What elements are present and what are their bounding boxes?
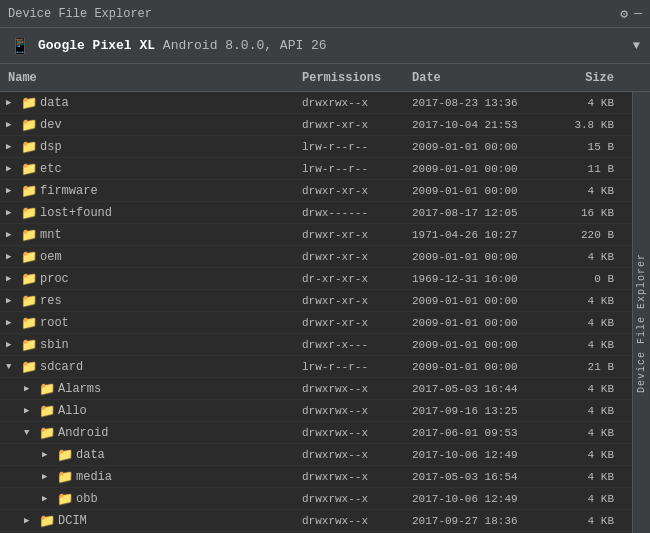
file-name: dsp [40, 140, 62, 154]
col-header-size: Size [557, 71, 622, 85]
expand-arrow[interactable]: ▶ [42, 471, 54, 482]
table-row[interactable]: ▶📁obbdrwxrwx--x2017-10-06 12:494 KB [0, 488, 650, 510]
expand-arrow[interactable]: ▶ [6, 97, 18, 108]
file-permissions: drwxrwx--x [302, 515, 412, 527]
expand-arrow[interactable]: ▶ [6, 317, 18, 328]
file-permissions: lrw-r--r-- [302, 361, 412, 373]
table-row[interactable]: ▶📁sbindrwxr-x---2009-01-01 00:004 KB [0, 334, 650, 356]
device-dropdown-arrow[interactable]: ▼ [633, 39, 640, 53]
file-name: sdcard [40, 360, 83, 374]
file-size: 4 KB [557, 471, 622, 483]
table-row[interactable]: ▶📁Allodrwxrwx--x2017-09-16 13:254 KB [0, 400, 650, 422]
file-list: ▶📁datadrwxrwx--x2017-08-23 13:364 KB▶📁de… [0, 92, 650, 533]
file-date: 2017-08-23 13:36 [412, 97, 557, 109]
expand-arrow[interactable]: ▶ [6, 207, 18, 218]
col-header-name: Name [2, 71, 302, 85]
file-date: 1969-12-31 16:00 [412, 273, 557, 285]
file-permissions: lrw-r--r-- [302, 163, 412, 175]
expand-arrow[interactable]: ▶ [6, 295, 18, 306]
file-size: 4 KB [557, 427, 622, 439]
table-row[interactable]: ▶📁resdrwxr-xr-x2009-01-01 00:004 KB [0, 290, 650, 312]
column-headers: Name Permissions Date Size [0, 64, 650, 92]
file-date: 2017-10-04 21:53 [412, 119, 557, 131]
expand-arrow[interactable]: ▶ [6, 273, 18, 284]
folder-icon: 📁 [39, 513, 55, 529]
file-list-container: ▶📁datadrwxrwx--x2017-08-23 13:364 KB▶📁de… [0, 92, 650, 533]
title-bar: Device File Explorer ⚙ — [0, 0, 650, 28]
file-date: 2017-09-27 18:36 [412, 515, 557, 527]
table-row[interactable]: ▶📁DCIMdrwxrwx--x2017-09-27 18:364 KB [0, 510, 650, 532]
file-permissions: drwxrwx--x [302, 405, 412, 417]
file-name: Alarms [58, 382, 101, 396]
table-row[interactable]: ▼📁Androiddrwxrwx--x2017-06-01 09:534 KB [0, 422, 650, 444]
folder-icon: 📁 [21, 293, 37, 309]
file-name: root [40, 316, 69, 330]
folder-icon: 📁 [21, 359, 37, 375]
expand-arrow[interactable]: ▶ [6, 185, 18, 196]
table-row[interactable]: ▶📁oemdrwxr-xr-x2009-01-01 00:004 KB [0, 246, 650, 268]
file-size: 4 KB [557, 383, 622, 395]
expand-arrow[interactable]: ▶ [6, 251, 18, 262]
file-name: media [76, 470, 112, 484]
expand-arrow[interactable]: ▼ [24, 428, 36, 438]
file-name: proc [40, 272, 69, 286]
table-row[interactable]: ▶📁mntdrwxr-xr-x1971-04-26 10:27220 B [0, 224, 650, 246]
expand-arrow[interactable]: ▶ [24, 383, 36, 394]
file-size: 3.8 KB [557, 119, 622, 131]
file-size: 4 KB [557, 493, 622, 505]
file-size: 4 KB [557, 97, 622, 109]
expand-arrow[interactable]: ▶ [6, 119, 18, 130]
file-size: 4 KB [557, 317, 622, 329]
settings-icon[interactable]: ⚙ [620, 6, 628, 22]
file-name: oem [40, 250, 62, 264]
folder-icon: 📁 [57, 469, 73, 485]
expand-arrow[interactable]: ▶ [6, 163, 18, 174]
file-size: 4 KB [557, 405, 622, 417]
file-permissions: drwxrwx--x [302, 493, 412, 505]
folder-icon: 📁 [21, 117, 37, 133]
expand-arrow[interactable]: ▶ [42, 493, 54, 504]
table-row[interactable]: ▶📁mediadrwxrwx--x2017-05-03 16:544 KB [0, 466, 650, 488]
file-date: 2009-01-01 00:00 [412, 163, 557, 175]
expand-arrow[interactable]: ▶ [42, 449, 54, 460]
table-row[interactable]: ▶📁datadrwxrwx--x2017-08-23 13:364 KB [0, 92, 650, 114]
table-row[interactable]: ▶📁devdrwxr-xr-x2017-10-04 21:533.8 KB [0, 114, 650, 136]
expand-arrow[interactable]: ▶ [24, 405, 36, 416]
table-row[interactable]: ▶📁firmwaredrwxr-xr-x2009-01-01 00:004 KB [0, 180, 650, 202]
table-row[interactable]: ▶📁datadrwxrwx--x2017-10-06 12:494 KB [0, 444, 650, 466]
file-size: 4 KB [557, 339, 622, 351]
expand-arrow[interactable]: ▶ [6, 141, 18, 152]
expand-arrow[interactable]: ▶ [6, 339, 18, 350]
file-permissions: drwxr-xr-x [302, 251, 412, 263]
table-row[interactable]: ▶📁etclrw-r--r--2009-01-01 00:0011 B [0, 158, 650, 180]
file-date: 2017-05-03 16:54 [412, 471, 557, 483]
device-icon: 📱 [10, 36, 30, 56]
expand-arrow[interactable]: ▼ [6, 362, 18, 372]
table-row[interactable]: ▶📁Alarmsdrwxrwx--x2017-05-03 16:444 KB [0, 378, 650, 400]
file-permissions: drwxr-x--- [302, 339, 412, 351]
file-permissions: drwxr-xr-x [302, 229, 412, 241]
file-size: 16 KB [557, 207, 622, 219]
file-permissions: drwxr-xr-x [302, 119, 412, 131]
folder-icon: 📁 [21, 139, 37, 155]
file-date: 2009-01-01 00:00 [412, 339, 557, 351]
minimize-icon[interactable]: — [634, 6, 642, 21]
folder-icon: 📁 [21, 271, 37, 287]
file-name: firmware [40, 184, 98, 198]
table-row[interactable]: ▶📁rootdrwxr-xr-x2009-01-01 00:004 KB [0, 312, 650, 334]
file-date: 2009-01-01 00:00 [412, 295, 557, 307]
expand-arrow[interactable]: ▶ [24, 515, 36, 526]
device-name: Google Pixel XL Android 8.0.0, API 26 [38, 38, 625, 53]
table-row[interactable]: ▼📁sdcardlrw-r--r--2009-01-01 00:0021 B [0, 356, 650, 378]
expand-arrow[interactable]: ▶ [6, 229, 18, 240]
file-size: 0 B [557, 273, 622, 285]
table-row[interactable]: ▶📁procdr-xr-xr-x1969-12-31 16:000 B [0, 268, 650, 290]
table-row[interactable]: ▶📁dsplrw-r--r--2009-01-01 00:0015 B [0, 136, 650, 158]
file-date: 2009-01-01 00:00 [412, 317, 557, 329]
file-permissions: drwxr-xr-x [302, 185, 412, 197]
table-row[interactable]: ▶📁lost+founddrwx------2017-08-17 12:0516… [0, 202, 650, 224]
file-size: 15 B [557, 141, 622, 153]
file-date: 2017-06-01 09:53 [412, 427, 557, 439]
file-name: lost+found [40, 206, 112, 220]
file-permissions: dr-xr-xr-x [302, 273, 412, 285]
